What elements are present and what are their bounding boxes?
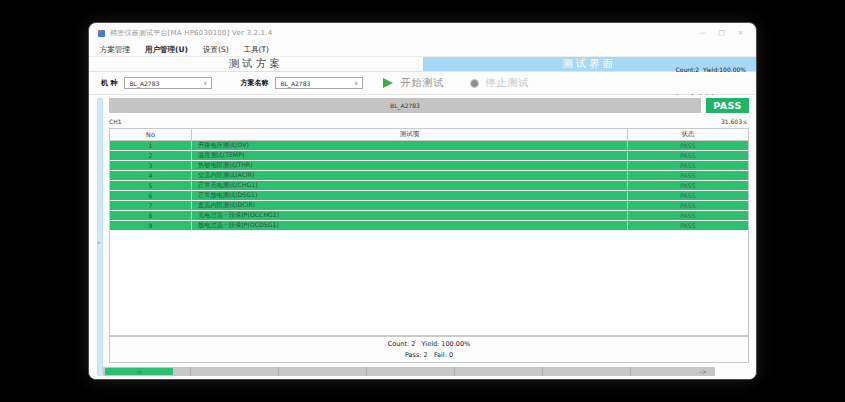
channel-label: CH1 (109, 118, 122, 125)
start-test-button[interactable]: 开始测试 (400, 76, 444, 90)
tab-bar: 测试方案 测试界面 (89, 56, 756, 72)
plan-name-select-value: BL_A2783 (280, 80, 354, 87)
table-row[interactable]: 7 直流内阻测试(DCIR) PASS (110, 201, 748, 211)
result-badge: PASS (706, 98, 749, 113)
channel-row: CH1 31.603 s (109, 116, 747, 127)
window-controls: — □ × (693, 25, 750, 41)
test-items-table: No 测试项 状态 1 开路电压测试(OV) PASS 2 温度测试(TEMP)… (109, 128, 749, 336)
model-select[interactable]: BL_A2783 ∨ (124, 77, 212, 89)
table-row[interactable]: 4 交流内阻测试(ACIR) PASS (110, 171, 748, 181)
minimize-icon[interactable]: — (693, 25, 712, 41)
main-content: ▸ BL_A2783 PASS CH1 31.603 s No 测试项 状态 1… (89, 95, 756, 379)
stop-test-button[interactable]: 停止测试 (485, 76, 529, 90)
app-icon (98, 30, 105, 37)
toolbar: 机 种 BL_A2783 ∨ 方案名称 BL_A2783 ∨ 开始测试 停止测试… (89, 72, 756, 95)
maximize-icon[interactable]: □ (712, 25, 731, 41)
collapsed-side-panel[interactable]: ▸ (97, 98, 103, 376)
plan-name-label: 方案名称 (240, 78, 268, 88)
menu-item-tools[interactable]: 工具(T) (244, 45, 269, 55)
chevron-down-icon: ∨ (203, 80, 207, 86)
menu-item-plan-management[interactable]: 方案管理 (100, 45, 130, 55)
table-row[interactable]: 5 正常充电测试(CHG1) PASS (110, 181, 748, 191)
scrollbar-thumb[interactable]: -> (105, 368, 173, 375)
title-bar: 精密仪器测试平台[MA HP6030100] Ver 3.2.1.4 — □ × (89, 23, 756, 43)
toolbar-count-yield: Count:2 Yield:100.00% (676, 65, 746, 74)
col-header-item: 测试项 (192, 129, 628, 140)
table-row[interactable]: 1 开路电压测试(OV) PASS (110, 141, 748, 151)
scrollbar-right-arrow-icon[interactable]: -> (700, 368, 707, 375)
footer-pass-fail: Pass: 2 Fail: 0 (405, 350, 453, 361)
start-test-icon[interactable] (383, 78, 393, 88)
panel-expand-arrow-icon[interactable]: ▸ (98, 239, 101, 245)
chevron-down-icon: ∨ (354, 80, 358, 86)
close-icon[interactable]: × (731, 25, 750, 41)
stop-test-icon[interactable] (470, 79, 479, 88)
elapsed-time: 31.603 s (721, 118, 747, 125)
col-header-no: No (110, 129, 192, 140)
desktop-background: 精密仪器测试平台[MA HP6030100] Ver 3.2.1.4 — □ ×… (0, 0, 845, 402)
table-row[interactable]: 8 充电过流一段保护(OCCHG1) PASS (110, 211, 748, 221)
tab-test-plan[interactable]: 测试方案 (89, 57, 423, 71)
table-row[interactable]: 2 温度测试(TEMP) PASS (110, 151, 748, 161)
model-select-value: BL_A2783 (129, 80, 203, 87)
table-row[interactable]: 6 正常放电测试(DSG1) PASS (110, 191, 748, 201)
app-window: 精密仪器测试平台[MA HP6030100] Ver 3.2.1.4 — □ ×… (88, 22, 757, 380)
table-row[interactable]: 9 放电过流一段保护(OCDSG1) PASS (110, 221, 748, 231)
footer-count-yield: Count: 2 Yield: 100.00% (388, 339, 471, 350)
model-label: 机 种 (101, 78, 117, 88)
current-test-label: BL_A2783 (390, 102, 420, 109)
current-test-bar: BL_A2783 (109, 98, 701, 113)
horizontal-scrollbar[interactable]: -> -> (103, 367, 715, 376)
plan-name-select[interactable]: BL_A2783 ∨ (275, 77, 363, 89)
menu-bar: 方案管理 用户管理(U) 设置(S) 工具(T) (89, 43, 756, 56)
menu-item-settings[interactable]: 设置(S) (203, 45, 229, 55)
table-row[interactable]: 3 热敏电阻测试(THR) PASS (110, 161, 748, 171)
footer-statistics: Count: 2 Yield: 100.00% Pass: 2 Fail: 0 (109, 336, 749, 363)
window-title: 精密仪器测试平台[MA HP6030100] Ver 3.2.1.4 (110, 28, 272, 38)
table-header-row: No 测试项 状态 (110, 129, 748, 141)
menu-item-user-management[interactable]: 用户管理(U) (145, 45, 188, 55)
col-header-state: 状态 (628, 129, 748, 140)
